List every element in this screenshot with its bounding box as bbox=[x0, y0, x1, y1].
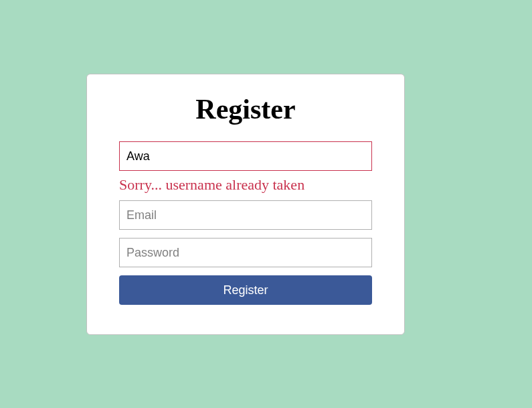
email-input[interactable] bbox=[119, 200, 372, 230]
register-button[interactable]: Register bbox=[119, 275, 372, 305]
username-error-message: Sorry... username already taken bbox=[119, 176, 372, 194]
password-input[interactable] bbox=[119, 238, 372, 267]
register-card: Register Sorry... username already taken… bbox=[86, 74, 405, 335]
form-title: Register bbox=[119, 93, 372, 125]
username-input[interactable] bbox=[119, 141, 372, 171]
